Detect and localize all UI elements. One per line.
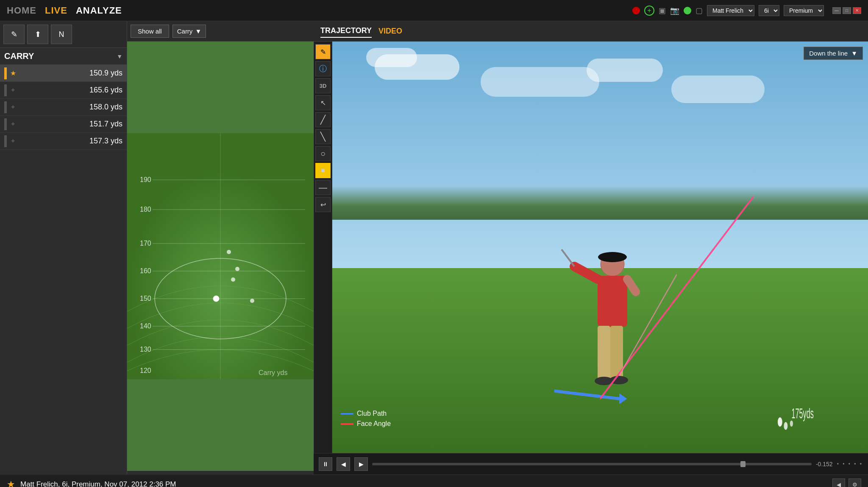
shot-item[interactable]: ★ 150.9 yds bbox=[0, 65, 127, 82]
shot-item[interactable]: ✦ 157.3 yds bbox=[0, 133, 127, 150]
square-tool[interactable]: ■ bbox=[315, 163, 331, 178]
prev-icon: ◀ bbox=[341, 461, 346, 467]
left-panel: ✎ ⬆ N CARRY ▼ ★ 150.9 yds ✦ 165.6 yds bbox=[0, 21, 127, 474]
svg-point-40 bbox=[790, 420, 793, 427]
middle-panel: Show all Carry ▼ bbox=[127, 21, 314, 474]
svg-text:130: 130 bbox=[140, 346, 151, 353]
trajectory-tab[interactable]: TRAJECTORY bbox=[320, 25, 372, 38]
video-area: 175yds Down the line ▼ Club Path bbox=[332, 42, 868, 453]
svg-point-20 bbox=[250, 299, 254, 303]
scrubber-thumb bbox=[740, 461, 746, 467]
shot-list: ★ 150.9 yds ✦ 165.6 yds ✦ 158.0 yds ✦ 15… bbox=[0, 65, 127, 474]
audio-button[interactable]: ◀ bbox=[832, 479, 845, 487]
3d-label: 3D bbox=[320, 83, 327, 89]
maximize-button[interactable]: □ bbox=[843, 7, 851, 14]
scrubber[interactable] bbox=[372, 463, 812, 465]
shot-distance: 151.7 yds bbox=[89, 120, 122, 129]
left-toolbar: ✎ ⬆ N bbox=[0, 21, 127, 48]
close-button[interactable]: ✕ bbox=[853, 7, 861, 14]
shot-indicator bbox=[4, 118, 7, 130]
shot-map[interactable]: 190 180 170 160 150 140 130 120 bbox=[127, 42, 314, 471]
nav-live[interactable]: LIVE bbox=[45, 5, 67, 16]
data-controls: ◀ ⚙ bbox=[832, 479, 861, 487]
legend-face-angle: Face Angle bbox=[341, 420, 391, 428]
nav-home[interactable]: HOME bbox=[7, 5, 36, 16]
carry-dropdown-icon: ▼ bbox=[195, 28, 201, 35]
shot-indicator bbox=[4, 84, 7, 96]
status-green bbox=[684, 7, 691, 14]
shot-item[interactable]: ✦ 165.6 yds bbox=[0, 82, 127, 99]
carry-header: CARRY ▼ bbox=[0, 48, 127, 65]
club-path-color bbox=[341, 413, 353, 414]
shot-item[interactable]: ✦ 151.7 yds bbox=[0, 116, 127, 133]
upload-button[interactable]: ⬆ bbox=[27, 25, 48, 44]
undo-icon: ↩ bbox=[320, 201, 326, 209]
svg-point-22 bbox=[227, 250, 231, 254]
club-path-label: Club Path bbox=[357, 410, 387, 417]
top-nav: HOME LIVE ANALYZE ▣ 📷 ▢ Matt Frelich 6i … bbox=[0, 0, 868, 21]
edit-button[interactable]: ✎ bbox=[3, 25, 25, 44]
view-dropdown[interactable]: Down the line ▼ bbox=[804, 47, 863, 60]
video-legend: Club Path Face Angle bbox=[341, 410, 391, 428]
next-frame-button[interactable]: ▶ bbox=[354, 457, 368, 471]
settings-button[interactable]: ⚙ bbox=[849, 479, 861, 487]
svg-text:190: 190 bbox=[140, 176, 151, 183]
legend-club-path: Club Path bbox=[341, 410, 391, 417]
shot-indicator bbox=[4, 101, 7, 113]
minimize-button[interactable]: — bbox=[832, 7, 841, 14]
record-button[interactable] bbox=[632, 7, 640, 14]
upload-icon: ⬆ bbox=[35, 30, 41, 39]
pencil-tool[interactable]: ✎ bbox=[315, 44, 331, 59]
nav-icons: ▣ 📷 ▢ Matt Frelich 6i Premium — □ ✕ bbox=[632, 5, 861, 16]
shot-star: ✦ bbox=[10, 86, 16, 94]
svg-text:140: 140 bbox=[140, 322, 151, 330]
north-button[interactable]: N bbox=[51, 25, 72, 44]
square-icon: ■ bbox=[321, 167, 325, 174]
pointer-tool[interactable]: ↖ bbox=[315, 95, 331, 110]
main-content: ✎ ⬆ N CARRY ▼ ★ 150.9 yds ✦ 165.6 yds bbox=[0, 21, 868, 474]
tool-panel: ✎ ⓘ 3D ↖ ╱ ╲ bbox=[314, 42, 332, 453]
svg-text:175yds: 175yds bbox=[791, 405, 813, 421]
line-icon-2: ╲ bbox=[320, 132, 326, 142]
line-tool-1[interactable]: ╱ bbox=[315, 112, 331, 127]
3d-tool[interactable]: 3D bbox=[315, 78, 331, 93]
club-select[interactable]: 6i bbox=[759, 5, 779, 16]
time-display: -0.152 bbox=[816, 461, 833, 467]
data-star: ★ bbox=[7, 479, 15, 487]
shot-star: ✦ bbox=[10, 137, 16, 145]
pencil-icon: ✎ bbox=[11, 30, 17, 39]
pause-button[interactable]: ⏸ bbox=[319, 457, 332, 471]
video-tab[interactable]: VIDEO bbox=[378, 25, 402, 37]
carry-dropdown[interactable]: ▼ bbox=[117, 53, 122, 60]
undo-tool[interactable]: ↩ bbox=[315, 197, 331, 212]
info-tool[interactable]: ⓘ bbox=[315, 61, 331, 76]
shot-map-toolbar: Show all Carry ▼ bbox=[127, 21, 314, 42]
monitor-icon: ▢ bbox=[696, 6, 703, 15]
data-panel: ★ Matt Frelich, 6i, Premium, Nov 07, 201… bbox=[0, 474, 868, 487]
shot-star: ★ bbox=[10, 69, 16, 77]
carry-type-select[interactable]: Carry ▼ bbox=[172, 25, 206, 38]
pause-icon: ⏸ bbox=[323, 461, 328, 467]
face-angle-color bbox=[341, 423, 353, 425]
svg-text:180: 180 bbox=[140, 206, 151, 213]
circle-icon: ○ bbox=[320, 149, 326, 159]
shot-distance: 150.9 yds bbox=[89, 69, 122, 78]
minus-tool[interactable]: — bbox=[315, 180, 331, 195]
prev-frame-button[interactable]: ◀ bbox=[337, 457, 350, 471]
progress-dots: • • • • • bbox=[837, 461, 863, 467]
line-tool-2[interactable]: ╲ bbox=[315, 129, 331, 144]
shot-item[interactable]: ✦ 158.0 yds bbox=[0, 99, 127, 116]
circle-tool[interactable]: ○ bbox=[315, 146, 331, 161]
show-all-button[interactable]: Show all bbox=[131, 25, 169, 38]
target-icon[interactable] bbox=[644, 6, 654, 16]
carry-label: CARRY bbox=[4, 51, 117, 61]
user-select[interactable]: Matt Frelich bbox=[707, 5, 754, 16]
plan-select[interactable]: Premium bbox=[784, 5, 824, 16]
svg-marker-35 bbox=[619, 393, 627, 404]
svg-text:Carry  yds: Carry yds bbox=[259, 369, 287, 376]
svg-point-39 bbox=[784, 422, 787, 430]
svg-line-37 bbox=[619, 274, 676, 375]
data-header: ★ Matt Frelich, 6i, Premium, Nov 07, 201… bbox=[0, 475, 868, 487]
nav-analyze[interactable]: ANALYZE bbox=[76, 5, 122, 16]
svg-point-21 bbox=[235, 267, 239, 271]
